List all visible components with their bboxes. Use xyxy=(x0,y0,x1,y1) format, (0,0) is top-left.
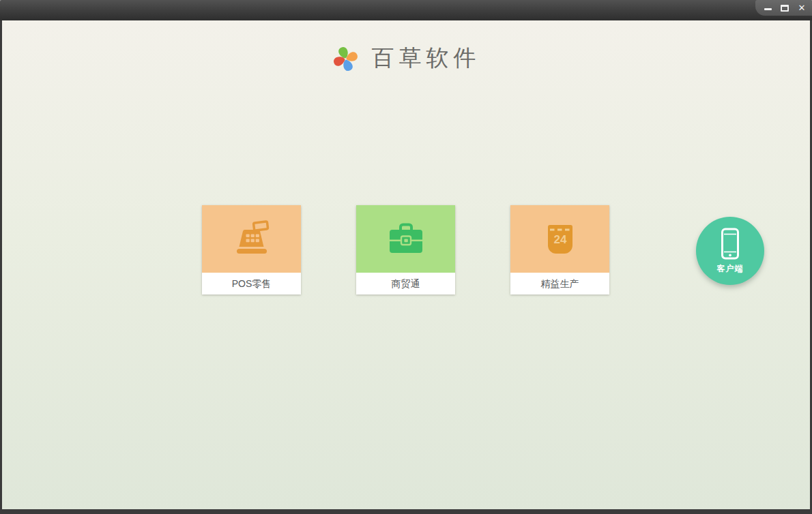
brand-header: 百草软件 xyxy=(2,20,810,95)
brand-name: 百草软件 xyxy=(372,43,481,74)
close-icon: ✕ xyxy=(798,3,806,12)
product-card-trade[interactable]: 商贸通 xyxy=(356,205,455,294)
maximize-icon xyxy=(781,5,789,12)
app-window: ✕ 百草软件 xyxy=(0,0,812,514)
minimize-button[interactable] xyxy=(762,3,774,14)
main-content: 百草软件 POS零售 xyxy=(2,20,810,509)
maximize-button[interactable] xyxy=(779,3,791,14)
close-button[interactable]: ✕ xyxy=(796,3,808,14)
client-launcher-button[interactable]: 客户端 xyxy=(696,217,764,285)
cash-register-icon xyxy=(231,220,272,258)
product-label: 商贸通 xyxy=(356,273,455,294)
window-controls: ✕ xyxy=(755,0,812,16)
client-launcher-label: 客户端 xyxy=(717,263,744,275)
product-label: POS零售 xyxy=(202,273,301,294)
product-tile xyxy=(356,205,455,273)
calendar-day-number: 24 xyxy=(553,233,566,246)
minimize-icon xyxy=(764,8,772,10)
title-bar[interactable]: ✕ xyxy=(0,0,812,20)
product-label: 精益生产 xyxy=(510,273,609,294)
briefcase-icon xyxy=(387,223,425,256)
product-card-pos[interactable]: POS零售 xyxy=(202,205,301,294)
product-card-lean[interactable]: 24 精益生产 xyxy=(510,205,609,294)
pinwheel-icon xyxy=(332,45,360,73)
product-tile xyxy=(202,205,301,273)
product-tile: 24 xyxy=(510,205,609,273)
smartphone-icon xyxy=(720,228,740,260)
calendar-icon: 24 xyxy=(544,222,577,256)
